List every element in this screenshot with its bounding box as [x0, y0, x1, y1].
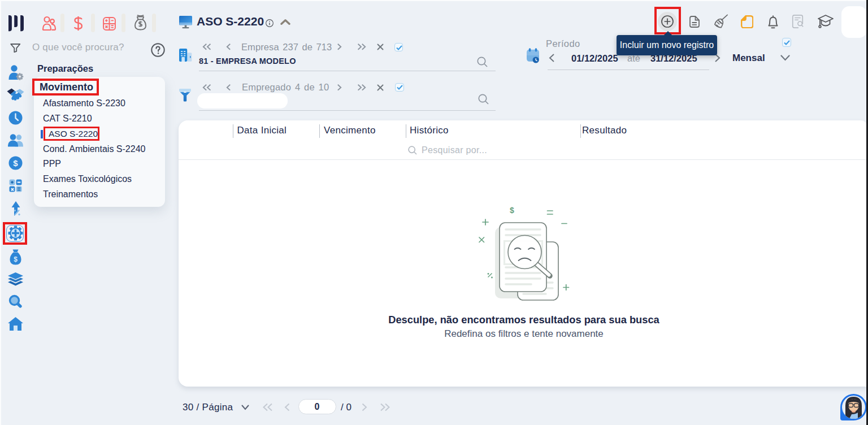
svg-text:$: $ [13, 158, 18, 168]
svg-text:$: $ [510, 206, 514, 215]
svg-text:$: $ [14, 255, 18, 263]
